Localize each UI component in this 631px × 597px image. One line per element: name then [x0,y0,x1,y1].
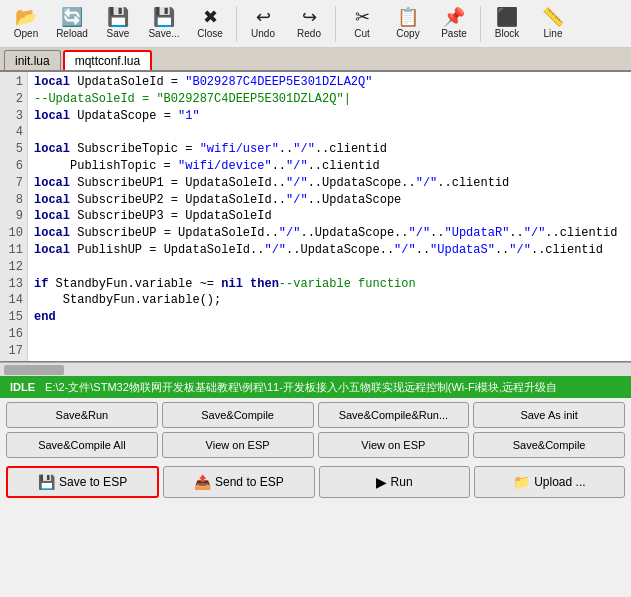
view-on-esp1-button[interactable]: View on ESP [162,432,314,458]
run-icon: ▶ [376,474,387,490]
save-label: Save [107,28,130,39]
line-numbers: 1 2 3 4 5 6 7 8 9 10 11 12 13 14 15 16 1… [0,72,28,361]
send-to-esp-button[interactable]: 📤 Send to ESP [163,466,314,498]
paste-button[interactable]: 📌 Paste [432,3,476,45]
view-on-esp2-button[interactable]: View on ESP [318,432,470,458]
action-area: Save&Run Save&Compile Save&Compile&Run..… [0,398,631,466]
save-compile-run-button[interactable]: Save&Compile&Run... [318,402,470,428]
block-button[interactable]: ⬛ Block [485,3,529,45]
save-button[interactable]: 💾 Save [96,3,140,45]
save-as-init-button[interactable]: Save As init [473,402,625,428]
close-label: Close [197,28,223,39]
block-label: Block [495,28,519,39]
editor-area[interactable]: 1 2 3 4 5 6 7 8 9 10 11 12 13 14 15 16 1… [0,72,631,362]
open-icon: 📂 [15,8,37,26]
reload-icon: 🔄 [61,8,83,26]
reload-button[interactable]: 🔄 Reload [50,3,94,45]
bottom-row: 💾 Save to ESP 📤 Send to ESP ▶ Run 📁 Uplo… [0,466,631,502]
copy-button[interactable]: 📋 Copy [386,3,430,45]
send-to-esp-icon: 📤 [194,474,211,490]
cut-label: Cut [354,28,370,39]
save-as-label: Save... [148,28,179,39]
line-button[interactable]: 📏 Line [531,3,575,45]
copy-label: Copy [396,28,419,39]
save-compile-button[interactable]: Save&Compile [162,402,314,428]
separator-3 [480,6,481,42]
cut-button[interactable]: ✂ Cut [340,3,384,45]
scrollbar-thumb[interactable] [4,365,64,375]
save-to-esp-icon: 💾 [38,474,55,490]
action-row-1: Save&Run Save&Compile Save&Compile&Run..… [6,402,625,428]
action-row-2: Save&Compile All View on ESP View on ESP… [6,432,625,458]
redo-label: Redo [297,28,321,39]
open-button[interactable]: 📂 Open [4,3,48,45]
undo-icon: ↩ [256,8,271,26]
separator-1 [236,6,237,42]
paste-label: Paste [441,28,467,39]
run-button[interactable]: ▶ Run [319,466,470,498]
close-button[interactable]: ✖ Close [188,3,232,45]
separator-2 [335,6,336,42]
line-icon: 📏 [542,8,564,26]
save-icon: 💾 [107,8,129,26]
horizontal-scrollbar[interactable] [0,362,631,376]
block-icon: ⬛ [496,8,518,26]
tab-mqttconf[interactable]: mqttconf.lua [63,50,152,70]
copy-icon: 📋 [397,8,419,26]
undo-button[interactable]: ↩ Undo [241,3,285,45]
save-compile2-button[interactable]: Save&Compile [473,432,625,458]
tabs-bar: init.lua mqttconf.lua [0,48,631,72]
cut-icon: ✂ [355,8,370,26]
save-run-button[interactable]: Save&Run [6,402,158,428]
idle-badge: IDLE [6,380,39,394]
status-path: E:\2-文件\STM32物联网开发板基础教程\例程\11-开发板接入小五物联实… [45,380,557,395]
redo-icon: ↪ [302,8,317,26]
tab-init[interactable]: init.lua [4,50,61,70]
save-compile-all-button[interactable]: Save&Compile All [6,432,158,458]
save-as-button[interactable]: 💾 Save... [142,3,186,45]
open-label: Open [14,28,38,39]
status-bar: IDLE E:\2-文件\STM32物联网开发板基础教程\例程\11-开发板接入… [0,376,631,398]
reload-label: Reload [56,28,88,39]
line-label: Line [544,28,563,39]
upload-button[interactable]: 📁 Upload ... [474,466,625,498]
save-as-icon: 💾 [153,8,175,26]
undo-label: Undo [251,28,275,39]
save-to-esp-button[interactable]: 💾 Save to ESP [6,466,159,498]
upload-icon: 📁 [513,474,530,490]
code-editor[interactable]: local UpdataSoleId = "B029287C4DEEP5E301… [28,72,631,361]
paste-icon: 📌 [443,8,465,26]
main-toolbar: 📂 Open 🔄 Reload 💾 Save 💾 Save... ✖ Close… [0,0,631,48]
redo-button[interactable]: ↪ Redo [287,3,331,45]
close-icon: ✖ [203,8,218,26]
